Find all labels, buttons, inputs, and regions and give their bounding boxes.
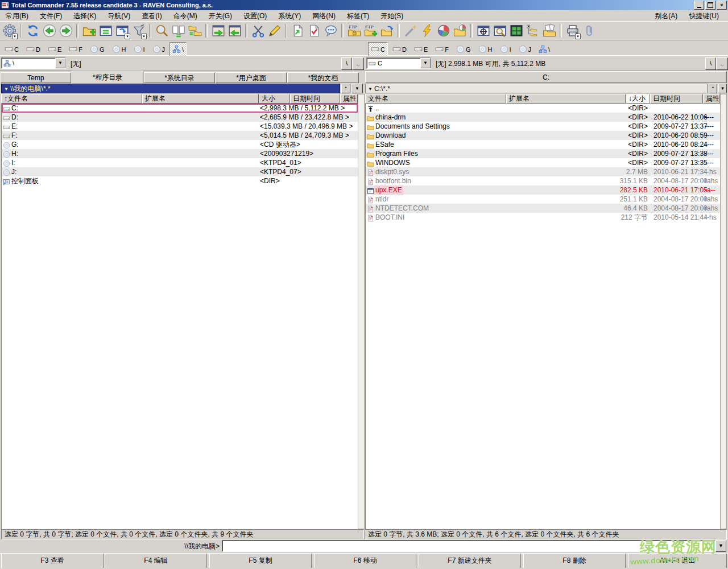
file-row[interactable]: Download<DIR>2010-06-20 08:59----	[366, 131, 720, 140]
tab-left-5[interactable]: *我的文档	[287, 72, 359, 83]
command-line-input[interactable]	[222, 540, 715, 552]
drive-combo-right[interactable]: C ▼	[366, 57, 431, 69]
file-row[interactable]: NTDETECT.COM46.4 KB2004-08-17 20:00rahs	[366, 204, 720, 213]
chevron-down-icon[interactable]: ▾	[575, 34, 581, 39]
drive-network-button-left[interactable]: \	[169, 42, 187, 56]
file-row[interactable]: Program Files<DIR>2009-07-27 13:38----	[366, 149, 720, 158]
path-bar-right[interactable]: ▼C:\*.*	[365, 84, 708, 93]
toolbar-power-pack-button[interactable]	[419, 23, 435, 39]
toolbar-directory-sizes-button[interactable]	[452, 23, 468, 39]
drive-combo-left[interactable]: \ ▼	[1, 57, 66, 69]
tab-left-3[interactable]: *系统目录	[144, 72, 215, 83]
menu-item-12[interactable]: 开始(S)	[375, 11, 409, 21]
drive-f-button-right[interactable]: F	[432, 42, 452, 56]
root-dir-button-right[interactable]: \	[705, 57, 716, 70]
file-row[interactable]: bootfont.bin315.1 KB2004-08-17 20:00rahs	[366, 176, 720, 185]
file-row[interactable]: ESafe<DIR>2010-06-20 08:24----	[366, 140, 720, 149]
column-header-ext-left[interactable]: 扩展名	[142, 94, 259, 104]
drive-network-button-right[interactable]: \	[536, 42, 553, 56]
toolbar-ftp-connect-button[interactable]: FTP	[346, 23, 362, 39]
toolbar-network-neighborhood-button[interactable]	[379, 23, 395, 39]
toolbar-attach-to-mail-button[interactable]	[581, 23, 597, 39]
column-header-date-right[interactable]: 日期时间	[650, 94, 703, 104]
menu-item-11[interactable]: 标签(T)	[341, 11, 375, 21]
toolbar-history-back-button[interactable]	[41, 23, 57, 39]
tab-right-c[interactable]: C:	[365, 71, 727, 83]
chevron-down-icon[interactable]: ▾	[12, 34, 18, 39]
file-row[interactable]: china-drm<DIR>2010-06-22 10:06----	[366, 113, 720, 122]
path-bar-left[interactable]: ▼\\我的电脑\*.*	[1, 84, 340, 93]
drive-i-button-right[interactable]: I	[497, 42, 514, 56]
menu-item-6[interactable]: 命令(M)	[168, 11, 203, 21]
restore-button[interactable]	[705, 1, 715, 10]
path-star-button-left[interactable]: *	[341, 84, 350, 93]
chevron-down-icon[interactable]: ▼	[420, 58, 431, 68]
toolbar-multi-rename-tool-button[interactable]	[402, 23, 419, 39]
file-row[interactable]: WINDOWS<DIR>2009-07-27 13:35----	[366, 158, 720, 167]
toolbar-unpack-selected-button[interactable]	[289, 23, 306, 39]
menu-item-7[interactable]: 开关(G)	[203, 11, 238, 21]
drive-d-button-right[interactable]: D	[390, 42, 410, 56]
toolbar-panel-layout-button[interactable]	[508, 23, 524, 39]
path-history-button-left[interactable]: ▼	[351, 84, 363, 93]
file-row[interactable]: D:<2,685.9 MB / 23,422.8 MB >	[2, 113, 358, 122]
file-row[interactable]: Documents and Settings<DIR>2009-07-27 13…	[366, 122, 720, 131]
drive-c-button-right[interactable]: C	[368, 42, 388, 56]
toolbar-search-files-button[interactable]	[154, 23, 170, 39]
toolbar-ftp-new-connection-button[interactable]: FTP	[362, 23, 379, 39]
menu-item-10[interactable]: 网络(N)	[307, 11, 341, 21]
function-button-3[interactable]: F5 复制	[209, 554, 312, 568]
column-header-name-right[interactable]: 文件名	[365, 94, 506, 104]
drive-e-button-left[interactable]: E	[45, 42, 64, 56]
column-header-size-right[interactable]: ↓大小	[626, 94, 650, 104]
column-header-size-left[interactable]: 大小	[259, 94, 290, 104]
function-button-4[interactable]: F6 移动	[314, 554, 416, 568]
file-row[interactable]: upx.EXE282.5 KB2010-06-21 17:05-a--	[366, 185, 720, 195]
file-row[interactable]: BOOT.INI212 字节2010-05-14 21:44--hs	[366, 213, 720, 222]
menu-item-right-1[interactable]: 别名(A)	[649, 11, 683, 21]
toolbar-branch-view-button[interactable]	[541, 23, 557, 39]
drive-g-button-left[interactable]: G	[87, 42, 107, 56]
parent-dir-button-right[interactable]: ..	[716, 57, 728, 70]
column-header-attr-left[interactable]: 属性	[340, 94, 358, 104]
function-button-1[interactable]: F3 查看	[1, 554, 104, 568]
toolbar-print-button[interactable]: ▾	[564, 23, 581, 39]
drive-f-button-left[interactable]: F	[66, 42, 85, 56]
function-button-7[interactable]: Alt+F4 退出	[628, 554, 727, 568]
toolbar-compare-by-content-button[interactable]	[170, 23, 187, 39]
toolbar-synchronize-dirs-button[interactable]	[187, 23, 203, 39]
tab-left-4[interactable]: *用户桌面	[216, 72, 287, 83]
column-header-attr-right[interactable]: 属性	[703, 94, 720, 104]
toolbar-options-button[interactable]: ▾	[1, 23, 18, 39]
toolbar-edit-comment-button[interactable]	[322, 23, 339, 39]
chevron-down-icon[interactable]: ▼	[55, 58, 65, 68]
scrollbar-right[interactable]	[720, 94, 727, 529]
menu-item-1[interactable]: 常用(B)	[0, 11, 34, 21]
toolbar-directory-tree-button[interactable]	[524, 23, 541, 39]
toolbar-verify-checksums-button[interactable]	[306, 23, 322, 39]
file-row[interactable]: G:<CD 驱动器>	[2, 140, 358, 149]
drive-c-button-left[interactable]: C	[2, 42, 22, 56]
file-row[interactable]: E:<15,039.3 MB / 20,496.9 MB >	[2, 122, 358, 131]
toolbar-unpack-all-button[interactable]	[226, 23, 243, 39]
close-button[interactable]: ×	[717, 1, 727, 10]
chevron-down-icon[interactable]: ▾	[125, 34, 130, 39]
toolbar-target-panel-button[interactable]	[475, 23, 491, 39]
path-history-button-right[interactable]: ▼	[718, 84, 727, 93]
file-row[interactable]: J:<KTPD4_07>	[2, 167, 358, 176]
menu-item-right-2[interactable]: 快捷键(U)	[683, 11, 725, 21]
toolbar-quick-view-panel-button[interactable]	[491, 23, 508, 39]
menu-item-8[interactable]: 设置(O)	[238, 11, 272, 21]
drive-h-button-left[interactable]: H	[109, 42, 129, 56]
menu-item-5[interactable]: 查看(I)	[136, 11, 167, 21]
function-button-6[interactable]: F8 删除	[523, 554, 626, 568]
drive-g-button-right[interactable]: G	[453, 42, 474, 56]
toolbar-filter-button[interactable]: ▾	[130, 23, 147, 39]
menu-item-4[interactable]: 导航(V)	[102, 11, 136, 21]
file-row[interactable]: diskpt0.sys2.7 MB2010-06-21 17:34--hs	[366, 167, 720, 176]
toolbar-refresh-source-button[interactable]	[24, 23, 41, 39]
root-dir-button-left[interactable]: \	[341, 57, 352, 70]
drive-j-button-right[interactable]: J	[516, 42, 535, 56]
file-row[interactable]: ntldr251.1 KB2004-08-17 20:00rahs	[366, 195, 720, 204]
file-list-right[interactable]: ..<DIR>china-drm<DIR>2010-06-22 10:06---…	[365, 104, 720, 529]
